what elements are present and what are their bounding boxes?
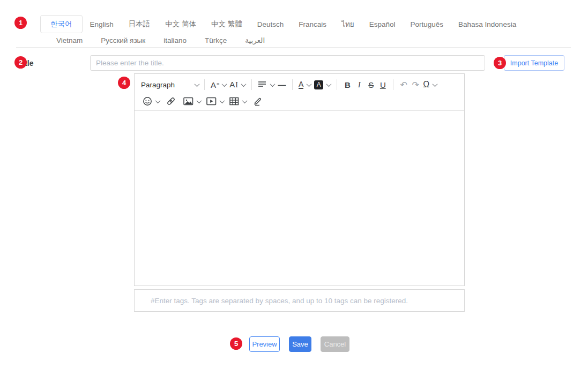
- chevron-down-icon: [197, 98, 202, 103]
- emoji-icon: [143, 96, 152, 106]
- align-left-icon: [258, 81, 267, 88]
- video-icon: [206, 97, 217, 106]
- language-tab-chinese-simplified[interactable]: 中文 简体: [158, 15, 204, 33]
- editor-content-area[interactable]: [135, 111, 464, 286]
- font-size-icon: A≡: [211, 80, 219, 89]
- annotation-badge-4: 4: [118, 77, 130, 89]
- horizontal-rule-icon: —: [278, 80, 286, 89]
- highlight-color-button[interactable]: A: [312, 78, 332, 91]
- horizontal-rule-button[interactable]: —: [276, 78, 288, 91]
- table-icon: [229, 97, 239, 106]
- language-tab-russian[interactable]: Русский язык: [92, 33, 154, 47]
- annotation-badge-1: 1: [14, 17, 27, 29]
- chevron-down-icon: [433, 81, 438, 87]
- text-color-button[interactable]: A: [297, 78, 312, 91]
- save-button[interactable]: Save: [289, 336, 311, 352]
- preview-button[interactable]: Preview: [249, 336, 280, 352]
- toolbar-separator: [337, 79, 337, 90]
- video-button[interactable]: [205, 95, 226, 108]
- tabs-divider: [16, 47, 571, 48]
- undo-icon: ↶: [400, 80, 407, 90]
- chevron-down-icon: [242, 98, 248, 103]
- title-input[interactable]: [90, 55, 485, 71]
- toolbar-row-1: Paragraph A≡ AI: [141, 76, 459, 93]
- chevron-down-icon: [222, 81, 227, 87]
- language-tab-german[interactable]: Deutsch: [250, 15, 292, 33]
- editor-toolbar: Paragraph A≡ AI: [135, 74, 464, 111]
- chevron-down-icon: [195, 81, 200, 87]
- language-tab-spanish[interactable]: Español: [362, 15, 403, 33]
- language-tab-english[interactable]: English: [83, 15, 121, 33]
- italic-button[interactable]: I: [353, 78, 365, 91]
- font-size-button[interactable]: A≡: [209, 78, 228, 91]
- underline-button[interactable]: U: [377, 78, 389, 91]
- pencil-icon: [253, 96, 263, 106]
- omega-icon: Ω: [423, 80, 429, 89]
- cancel-button[interactable]: Cancel: [321, 336, 349, 352]
- draw-button[interactable]: [251, 95, 264, 108]
- tags-input[interactable]: [134, 289, 465, 312]
- language-tab-bahasa-indonesia[interactable]: Bahasa Indonesia: [451, 15, 524, 33]
- language-tab-italian[interactable]: italiano: [154, 33, 196, 47]
- special-character-button[interactable]: Ω: [421, 78, 438, 91]
- annotation-badge-2: 2: [14, 56, 27, 69]
- bold-button[interactable]: B: [341, 78, 353, 91]
- import-template-button[interactable]: Import Template: [504, 55, 564, 71]
- toolbar-separator: [204, 79, 205, 90]
- chevron-down-icon: [241, 81, 247, 87]
- chevron-down-icon: [155, 98, 161, 103]
- chevron-down-icon: [307, 81, 312, 87]
- toolbar-separator: [251, 79, 252, 90]
- language-tab-turkish[interactable]: Türkçe: [196, 33, 236, 47]
- editor-page: 1 2 3 4 5 한국어 English 日本語 中文 简体 中文 繁體 De…: [0, 0, 588, 368]
- toolbar-separator: [292, 79, 293, 90]
- annotation-badge-5: 5: [230, 337, 242, 350]
- redo-button[interactable]: ↷: [410, 78, 421, 91]
- footer-actions: Preview Save Cancel: [134, 336, 465, 352]
- emoji-button[interactable]: [141, 95, 161, 108]
- text-color-icon: A: [299, 80, 303, 89]
- link-icon: [166, 96, 176, 106]
- paragraph-style-select[interactable]: Paragraph: [141, 81, 199, 89]
- language-tab-thai[interactable]: ไทย: [334, 15, 362, 33]
- image-icon: [183, 97, 193, 106]
- language-tab-vietnamese[interactable]: Vietnam: [47, 33, 92, 47]
- strikethrough-button[interactable]: S: [365, 78, 377, 91]
- line-height-icon: AI: [229, 80, 238, 89]
- language-tab-japanese[interactable]: 日本語: [121, 15, 158, 33]
- chevron-down-icon: [270, 81, 276, 87]
- rich-text-editor: Paragraph A≡ AI: [134, 73, 465, 286]
- align-button[interactable]: [256, 78, 276, 91]
- table-button[interactable]: [228, 95, 248, 108]
- language-tab-chinese-traditional[interactable]: 中文 繁體: [204, 15, 250, 33]
- language-tabs-row1: 한국어 English 日本語 中文 简体 中文 繁體 Deutsch Fran…: [40, 15, 524, 33]
- highlight-color-icon: A: [314, 80, 323, 89]
- redo-icon: ↷: [412, 80, 419, 90]
- language-tab-korean[interactable]: 한국어: [40, 15, 83, 33]
- chevron-down-icon: [220, 98, 225, 103]
- chevron-down-icon: [326, 81, 332, 87]
- language-tab-arabic[interactable]: العربية: [236, 33, 274, 47]
- undo-button[interactable]: ↶: [398, 78, 410, 91]
- toolbar-row-2: [141, 93, 459, 109]
- toolbar-separator: [393, 79, 393, 90]
- language-tab-french[interactable]: Francais: [291, 15, 334, 33]
- link-button[interactable]: [165, 95, 177, 108]
- language-tab-portuguese[interactable]: Português: [403, 15, 451, 33]
- language-tabs-row2: Vietnam Русский язык italiano Türkçe الع…: [47, 33, 274, 47]
- annotation-badge-3: 3: [494, 57, 506, 69]
- paragraph-style-label: Paragraph: [141, 81, 175, 89]
- image-button[interactable]: [182, 95, 203, 108]
- line-height-button[interactable]: AI: [228, 78, 247, 91]
